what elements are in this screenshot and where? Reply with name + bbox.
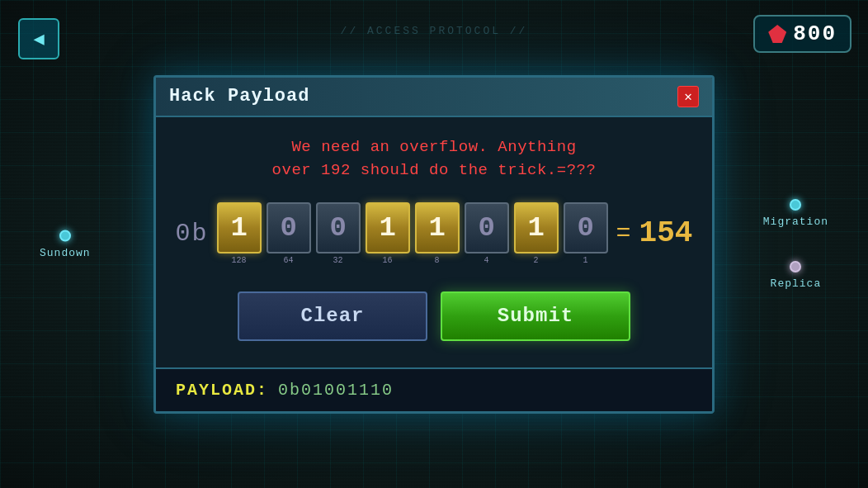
bit-value-32[interactable]: 0 <box>316 202 361 253</box>
bit-value-1[interactable]: 0 <box>564 202 608 253</box>
bit-tile-64[interactable]: 0 64 <box>267 202 311 265</box>
modal-title-bar: Hack Payload ✕ <box>156 78 712 117</box>
description-line1: We need an overflow. Anything <box>181 135 687 159</box>
bit-tile-2[interactable]: 1 2 <box>514 202 559 265</box>
bit-value-16[interactable]: 1 <box>366 202 410 253</box>
bit-tile-128[interactable]: 1 128 <box>217 202 262 265</box>
submit-button[interactable]: Submit <box>441 291 630 341</box>
bit-weight-1: 1 <box>583 256 588 265</box>
bit-value-8[interactable]: 1 <box>415 202 460 253</box>
bit-tile-8[interactable]: 1 8 <box>415 202 460 265</box>
modal-close-button[interactable]: ✕ <box>677 86 699 107</box>
bit-value-4[interactable]: 0 <box>465 202 509 253</box>
bit-tile-16[interactable]: 1 16 <box>366 202 410 265</box>
bit-value-2[interactable]: 1 <box>514 202 559 253</box>
bit-weight-32: 32 <box>333 256 343 265</box>
bit-weight-16: 16 <box>383 256 393 265</box>
decimal-value: 154 <box>639 216 693 250</box>
equals-sign: = <box>616 220 631 248</box>
clear-button[interactable]: Clear <box>238 291 427 341</box>
hack-payload-modal: Hack Payload ✕ We need an overflow. Anyt… <box>153 75 715 414</box>
modal-body: We need an overflow. Anything over 192 s… <box>156 117 712 367</box>
description-text: We need an overflow. Anything over 192 s… <box>181 135 687 182</box>
modal-overlay: Hack Payload ✕ We need an overflow. Anyt… <box>0 0 868 488</box>
binary-prefix: 0b <box>176 220 209 248</box>
bit-tile-32[interactable]: 0 32 <box>316 202 361 265</box>
payload-value: 0b01001110 <box>278 381 394 400</box>
description-line2: over 192 should do the trick.=??? <box>181 159 687 182</box>
bit-tile-1[interactable]: 0 1 <box>564 202 608 265</box>
bit-weight-8: 8 <box>435 256 440 265</box>
button-row: Clear Submit <box>181 285 687 353</box>
bit-weight-2: 2 <box>534 256 539 265</box>
payload-bar: PAYLOAD: 0b01001110 <box>156 367 712 411</box>
bit-tile-4[interactable]: 0 4 <box>465 202 509 265</box>
bit-weight-4: 4 <box>484 256 489 265</box>
bit-weight-128: 128 <box>232 256 247 265</box>
modal-title: Hack Payload <box>169 86 309 107</box>
bit-value-128[interactable]: 1 <box>217 202 262 253</box>
bit-weight-64: 64 <box>284 256 294 265</box>
payload-label: PAYLOAD: <box>176 381 268 400</box>
bit-value-64[interactable]: 0 <box>267 202 311 253</box>
binary-row: 0b 1 128 0 64 0 32 1 16 1 <box>181 202 687 265</box>
